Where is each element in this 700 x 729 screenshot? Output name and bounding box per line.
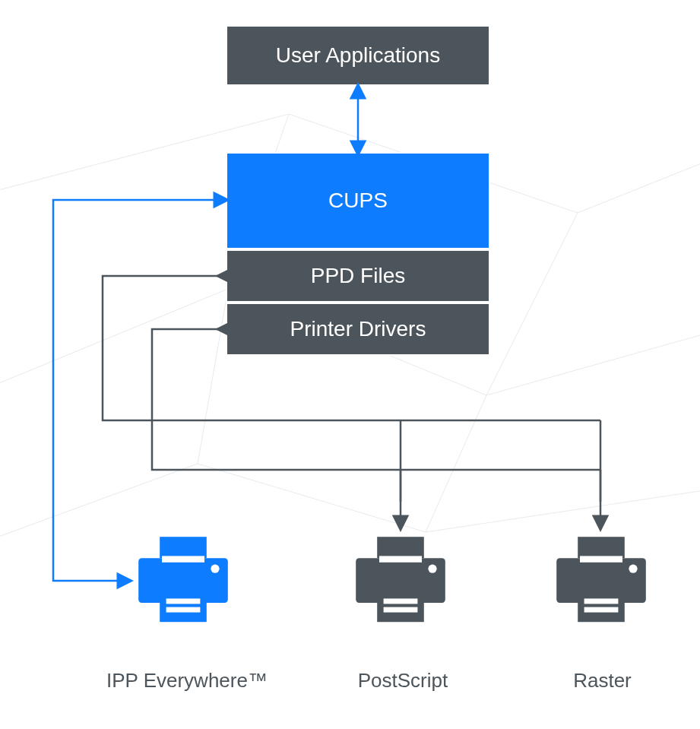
svg-rect-26 (384, 607, 418, 613)
svg-rect-28 (379, 556, 422, 562)
svg-point-27 (428, 565, 436, 573)
printer-icon-raster (548, 528, 654, 635)
svg-rect-24 (377, 590, 424, 622)
printer-icon-ipp (130, 528, 236, 635)
svg-rect-18 (166, 598, 201, 604)
box-cups: CUPS (226, 152, 490, 249)
svg-rect-32 (584, 598, 619, 604)
svg-point-20 (211, 565, 219, 573)
box-cups-label: CUPS (328, 189, 388, 213)
box-ppd-files-label: PPD Files (311, 264, 405, 288)
svg-rect-21 (162, 556, 204, 562)
printer-label-ipp: IPP Everywhere™ (106, 669, 262, 693)
svg-rect-15 (160, 537, 207, 558)
printer-icon-postscript (347, 528, 454, 635)
svg-rect-31 (578, 590, 625, 622)
svg-rect-33 (584, 607, 619, 613)
svg-rect-22 (377, 537, 424, 558)
box-user-applications-label: User Applications (276, 43, 440, 68)
svg-point-34 (629, 565, 637, 573)
svg-rect-25 (384, 598, 418, 604)
svg-rect-35 (580, 556, 622, 562)
svg-rect-17 (160, 590, 207, 622)
svg-rect-19 (166, 607, 201, 613)
diagram-stage: User Applications CUPS PPD Files Printer… (0, 0, 700, 729)
svg-rect-29 (578, 537, 625, 558)
box-ppd-files: PPD Files (226, 249, 490, 303)
box-printer-drivers: Printer Drivers (226, 303, 490, 356)
printer-label-raster: Raster (547, 669, 657, 693)
box-printer-drivers-label: Printer Drivers (290, 317, 426, 341)
box-user-applications: User Applications (226, 25, 490, 86)
printer-label-postscript: PostScript (327, 669, 479, 693)
